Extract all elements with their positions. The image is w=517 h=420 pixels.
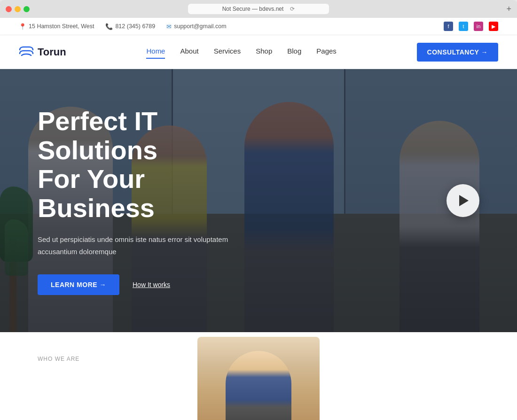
minimize-button[interactable]: [15, 6, 21, 12]
nav-home[interactable]: Home: [146, 47, 165, 57]
social-links: f t in ▶: [444, 22, 498, 31]
hero-title-line2: For Your Business: [38, 164, 155, 223]
navbar: Torun Home About Services Shop Blog Page…: [0, 35, 517, 69]
address-item: 📍 15 Hamston Street, West: [19, 23, 94, 30]
maximize-button[interactable]: [24, 6, 30, 12]
hero-section: Perfect IT Solutions For Your Business S…: [0, 69, 517, 332]
how-it-works-link[interactable]: How It works: [133, 281, 170, 288]
youtube-icon[interactable]: ▶: [489, 22, 498, 31]
phone-item: 📞 812 (345) 6789: [105, 23, 155, 30]
website-content: 📍 15 Hamston Street, West 📞 812 (345) 67…: [0, 18, 517, 420]
logo-icon: [19, 46, 34, 58]
learn-more-button[interactable]: LEARN MORE →: [38, 274, 119, 295]
address-bar[interactable]: Not Secure — bdevs.net ⟳: [188, 4, 329, 14]
email-item: ✉ support@gmail.com: [166, 23, 226, 30]
below-hero-section: WHO WE ARE: [0, 332, 517, 420]
play-button[interactable]: [446, 184, 479, 217]
email-icon: ✉: [166, 23, 172, 30]
phone-icon: 📞: [105, 23, 113, 30]
nav-services[interactable]: Services: [214, 47, 241, 57]
address-text: 15 Hamston Street, West: [29, 23, 94, 30]
location-icon: 📍: [19, 23, 26, 30]
person-preview-image: [197, 337, 320, 420]
top-bar-left: 📍 15 Hamston Street, West 📞 812 (345) 67…: [19, 23, 227, 30]
hero-subtitle: Sed ut perspiciatis unde omnis iste natu…: [38, 233, 235, 257]
hero-title: Perfect IT Solutions For Your Business: [38, 107, 263, 222]
browser-titlebar: Not Secure — bdevs.net ⟳ +: [0, 0, 517, 18]
twitter-icon[interactable]: t: [459, 22, 468, 31]
logo-text: Torun: [38, 46, 66, 58]
logo[interactable]: Torun: [19, 46, 66, 58]
nav-links: Home About Services Shop Blog Pages: [146, 47, 336, 57]
nav-about[interactable]: About: [180, 47, 198, 57]
play-icon: [459, 195, 469, 206]
hero-content: Perfect IT Solutions For Your Business S…: [0, 69, 301, 323]
instagram-icon[interactable]: in: [474, 22, 483, 31]
refresh-icon[interactable]: ⟳: [290, 6, 295, 12]
nav-blog[interactable]: Blog: [287, 47, 301, 57]
nav-shop[interactable]: Shop: [256, 47, 272, 57]
consultancy-button[interactable]: CONSULTANCY →: [417, 43, 498, 62]
hero-actions: LEARN MORE → How It works: [38, 274, 263, 295]
traffic-lights: [6, 6, 30, 12]
new-tab-button[interactable]: +: [506, 4, 511, 14]
url-text: Not Secure — bdevs.net: [222, 6, 284, 12]
close-button[interactable]: [6, 6, 12, 12]
email-text: support@gmail.com: [174, 23, 226, 30]
facebook-icon[interactable]: f: [444, 22, 453, 31]
phone-text: 812 (345) 6789: [115, 23, 155, 30]
top-bar: 📍 15 Hamston Street, West 📞 812 (345) 67…: [0, 18, 517, 35]
nav-pages[interactable]: Pages: [316, 47, 337, 57]
hero-title-line1: Perfect IT Solutions: [38, 106, 157, 165]
browser-window: Not Secure — bdevs.net ⟳ + 📍 15 Hamston …: [0, 0, 517, 420]
